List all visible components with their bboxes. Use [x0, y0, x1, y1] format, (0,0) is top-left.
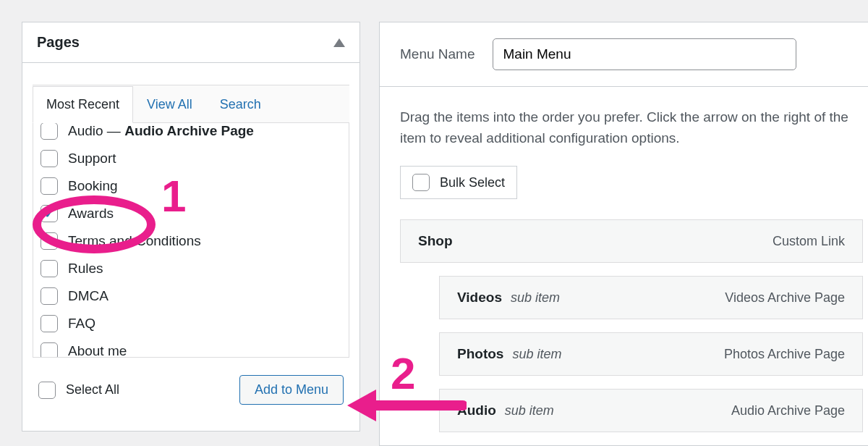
tab-view-all[interactable]: View All	[133, 86, 206, 123]
pages-title: Pages	[37, 34, 80, 51]
checkbox[interactable]	[41, 287, 58, 305]
tab-most-recent[interactable]: Most Recent	[33, 86, 133, 123]
menu-name-input[interactable]	[493, 38, 796, 70]
page-item-dmca[interactable]: DMCA	[41, 282, 341, 310]
page-item-about[interactable]: About me	[41, 337, 341, 358]
pages-accordion-panel: Pages Most Recent View All Search Audio …	[22, 22, 360, 432]
select-all[interactable]: Select All	[38, 382, 119, 399]
drag-hint: Drag the items into the order you prefer…	[380, 87, 868, 148]
checkbox[interactable]	[41, 205, 58, 222]
pages-body: Most Recent View All Search Audio — Audi…	[22, 63, 359, 431]
collapse-icon	[333, 38, 345, 47]
pages-accordion-toggle[interactable]: Pages	[22, 22, 359, 63]
add-to-menu-button[interactable]: Add to Menu	[239, 375, 344, 405]
checkbox[interactable]	[38, 382, 56, 399]
menu-structure-panel: Menu Name Drag the items into the order …	[379, 22, 868, 446]
menu-item-audio[interactable]: Audio sub item Audio Archive Page	[439, 389, 863, 432]
menu-item-shop[interactable]: Shop Custom Link	[400, 219, 863, 263]
checkbox[interactable]	[41, 177, 58, 195]
page-item-awards[interactable]: Awards	[41, 200, 341, 227]
menu-item-videos[interactable]: Videos sub item Videos Archive Page	[439, 276, 863, 319]
menu-name-row: Menu Name	[380, 22, 868, 87]
page-item-terms[interactable]: Terms and Conditions	[41, 227, 341, 255]
menu-items: Shop Custom Link Videos sub item Videos …	[380, 199, 868, 432]
bulk-select[interactable]: Bulk Select	[400, 166, 517, 199]
menu-name-label: Menu Name	[400, 46, 475, 62]
checkbox[interactable]	[41, 150, 58, 167]
page-list: Audio — Audio Archive Page Support Booki…	[41, 123, 341, 358]
page-item-support[interactable]: Support	[41, 145, 341, 172]
checkbox[interactable]	[41, 315, 58, 332]
tab-search[interactable]: Search	[206, 86, 275, 123]
checkbox[interactable]	[41, 342, 58, 358]
checkbox[interactable]	[412, 174, 430, 191]
page-list-scroll[interactable]: Audio — Audio Archive Page Support Booki…	[33, 123, 349, 358]
menu-item-photos[interactable]: Photos sub item Photos Archive Page	[439, 332, 863, 376]
pages-footer: Select All Add to Menu	[33, 358, 349, 419]
page-item-audio[interactable]: Audio — Audio Archive Page	[41, 123, 341, 145]
page-item-booking[interactable]: Booking	[41, 172, 341, 200]
checkbox[interactable]	[41, 260, 58, 277]
checkbox[interactable]	[41, 232, 58, 250]
checkbox[interactable]	[41, 123, 58, 140]
pages-tabs: Most Recent View All Search	[33, 85, 349, 123]
page-item-rules[interactable]: Rules	[41, 255, 341, 282]
page-item-faq[interactable]: FAQ	[41, 310, 341, 337]
